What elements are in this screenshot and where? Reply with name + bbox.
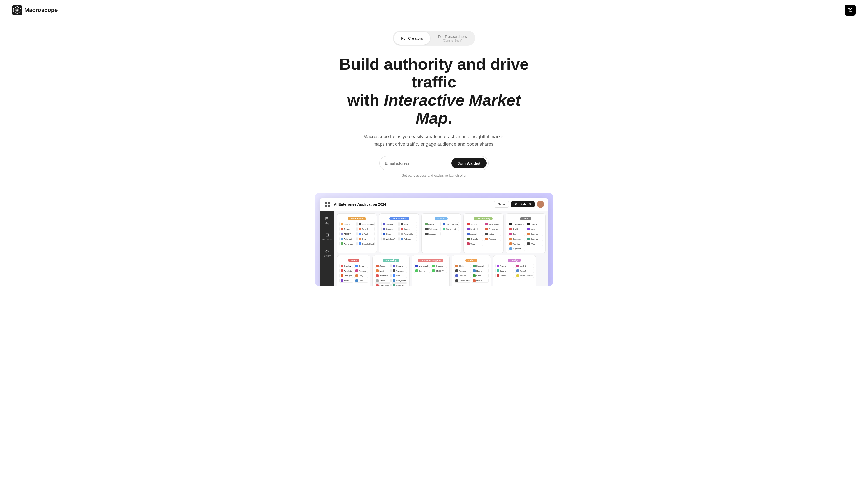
tool-figma[interactable]: Figma xyxy=(495,264,514,268)
tool-shortwave[interactable]: Shortwave xyxy=(484,227,501,231)
tool-axiom[interactable]: Axiom.ai xyxy=(339,237,356,241)
tab-creators[interactable]: For Creators xyxy=(394,32,430,44)
tool-heygen[interactable]: HeyGen xyxy=(454,274,471,278)
logo[interactable]: Macroscope xyxy=(12,5,58,15)
twitter-button[interactable] xyxy=(845,5,856,16)
tool-hubspot[interactable]: HubSpot xyxy=(339,274,353,278)
tool-elevenlabs[interactable]: ElevenLabs xyxy=(454,279,471,283)
tool-regie[interactable]: Regie.ai xyxy=(354,269,368,273)
tool-moveworks[interactable]: Moveworks xyxy=(484,222,501,226)
tool-locker[interactable]: Locker xyxy=(400,227,417,231)
tool-jasper[interactable]: Jasper xyxy=(339,227,356,231)
tool-xembly[interactable]: Xembly xyxy=(466,222,483,226)
category-card-search: Search Glean ThoughtSpot Midjourney Stab… xyxy=(421,213,461,253)
tool-uipath[interactable]: UiPath xyxy=(358,232,375,236)
tool-twain[interactable]: Twain xyxy=(375,279,391,283)
tool-magical[interactable]: Magical xyxy=(466,227,483,231)
join-waitlist-button[interactable]: Join Waitlist xyxy=(452,158,487,169)
tool-picsart[interactable]: Picsart xyxy=(495,274,514,278)
tool-attentive[interactable]: Attentive xyxy=(375,274,391,278)
tab-toggle: For Creators For Researchers (Coming Soo… xyxy=(393,31,475,46)
tool-hex[interactable]: Hex xyxy=(400,222,417,226)
hero-headline: Build authority and drive traffic with I… xyxy=(333,55,535,127)
tool-descript[interactable]: Descript xyxy=(472,264,489,268)
tool-apollo[interactable]: Apollo.io xyxy=(339,269,353,273)
tool-rytr[interactable]: Rytr xyxy=(392,274,407,278)
tool-warp[interactable]: Warp xyxy=(526,242,543,246)
tool-granola[interactable]: Granola xyxy=(466,237,483,241)
tool-google-duet[interactable]: Google Duet AI xyxy=(358,242,375,246)
sidebar-item-database[interactable]: ⊟ Database xyxy=(321,231,333,242)
tool-tonkean[interactable]: Tonkean xyxy=(484,237,501,241)
tool-typeface[interactable]: Typeface xyxy=(392,269,407,273)
tool-chatgpt-mkt[interactable]: ChatGPT xyxy=(392,283,407,286)
tool-cresta[interactable]: CRESTA xyxy=(431,269,447,273)
tool-maven[interactable]: Maven AGI xyxy=(414,264,430,268)
tool-krisp[interactable]: Krisp xyxy=(472,274,489,278)
email-input[interactable] xyxy=(385,161,452,165)
app-publish-button[interactable]: Publish | ⚙ xyxy=(511,201,535,207)
app-save-button[interactable]: Save xyxy=(494,201,509,208)
tool-cogniti[interactable]: Cogniti xyxy=(358,237,375,241)
tool-ideogram[interactable]: Ideogram xyxy=(424,232,441,236)
tool-copysmith[interactable]: Copysmith xyxy=(392,279,407,283)
tool-midjourney[interactable]: Midjourney xyxy=(424,227,441,231)
tool-jasper-mkt[interactable]: Jasper xyxy=(375,264,391,268)
coming-soon-label: (Coming Soon) xyxy=(438,39,467,42)
tool-runway[interactable]: Runway xyxy=(454,269,471,273)
design-tools: Figma Modvfi Canva Recraft Picsart Visua… xyxy=(495,264,534,278)
category-card-productivity: Productivity Xembly Moveworks Magical Sh… xyxy=(463,213,503,253)
search-tools: Glean ThoughtSpot Midjourney Stability.a… xyxy=(424,222,459,236)
tool-tableau[interactable]: Tableau xyxy=(400,237,417,241)
tool-outplay[interactable]: Outplay xyxy=(339,264,353,268)
tool-adept[interactable]: ADEPT xyxy=(339,232,356,236)
headline-part1: Build authority and drive traffic xyxy=(339,55,529,91)
tool-thoughtspot[interactable]: ThoughtSpot xyxy=(441,222,459,226)
tool-notion[interactable]: Notion xyxy=(484,232,501,236)
tool-tana[interactable]: Tana xyxy=(466,242,483,246)
tab-researchers[interactable]: For Researchers (Coming Soon) xyxy=(431,32,474,44)
category-label-code: Code xyxy=(520,217,531,220)
tool-codegen[interactable]: Codegen xyxy=(526,232,543,236)
tool-cue[interactable]: Cue.in xyxy=(414,269,430,273)
tool-canva[interactable]: Canva xyxy=(495,269,514,273)
tool-copyai-mkt[interactable]: Copy.ai xyxy=(392,264,407,268)
tool-wisdomai[interactable]: WisdomAI xyxy=(381,237,399,241)
category-label-outplay: Sales xyxy=(348,259,360,262)
tool-clay[interactable]: Clay xyxy=(354,274,368,278)
tool-visual-electric[interactable]: Visual Electric xyxy=(515,274,534,278)
tool-augment[interactable]: Augment xyxy=(508,247,525,251)
tool-clari[interactable]: Clari xyxy=(354,279,368,283)
tool-slang[interactable]: Slang.ai xyxy=(431,264,447,268)
tool-glean[interactable]: Glean xyxy=(424,222,441,226)
tool-arcwise[interactable]: Arcwise xyxy=(381,227,399,231)
tool-gong[interactable]: Gong xyxy=(354,264,368,268)
tool-hedra[interactable]: Hedra xyxy=(472,269,489,273)
sidebar-item-settings[interactable]: ⚙ Settings xyxy=(322,247,333,259)
tool-zapier[interactable]: Zapier xyxy=(339,222,356,226)
tool-magic[interactable]: Magic xyxy=(526,227,543,231)
tool-tabnine[interactable]: Tabnine xyxy=(508,242,525,246)
tool-seek[interactable]: Seek xyxy=(381,232,399,236)
tool-copyai[interactable]: CopyAI xyxy=(381,222,399,226)
tool-github-copilot[interactable]: Github Copilot xyxy=(508,222,525,226)
tool-recraft[interactable]: Recraft xyxy=(515,269,534,273)
tool-anywhere[interactable]: Anywhere xyxy=(339,242,356,246)
tool-mailify[interactable]: Mailify xyxy=(375,269,391,273)
tool-hume[interactable]: Hume xyxy=(472,279,489,283)
tool-tavus[interactable]: Tavus xyxy=(339,279,353,283)
tool-codeium[interactable]: Codeium xyxy=(526,237,543,241)
tool-cody[interactable]: Cody xyxy=(508,232,525,236)
tool-deepdefinition[interactable]: DeepDefinition xyxy=(358,222,375,226)
tool-unbounce[interactable]: Unbounce xyxy=(375,283,391,286)
tool-ohia[interactable]: OhIA xyxy=(454,264,471,268)
tool-turntable[interactable]: Turntable xyxy=(400,232,417,236)
tool-cognition[interactable]: Cognition xyxy=(508,237,525,241)
tool-cursor[interactable]: Cursor xyxy=(526,222,543,226)
tool-modvfi[interactable]: Modvfi xyxy=(515,264,534,268)
tool-aquant[interactable]: Aquant xyxy=(466,232,483,236)
tool-replit[interactable]: Replit xyxy=(508,227,525,231)
sidebar-item-map[interactable]: ⊞ Map xyxy=(324,214,331,226)
tool-troy-ai[interactable]: Troy AI xyxy=(358,227,375,231)
tool-stability[interactable]: Stability.ai xyxy=(441,227,459,231)
